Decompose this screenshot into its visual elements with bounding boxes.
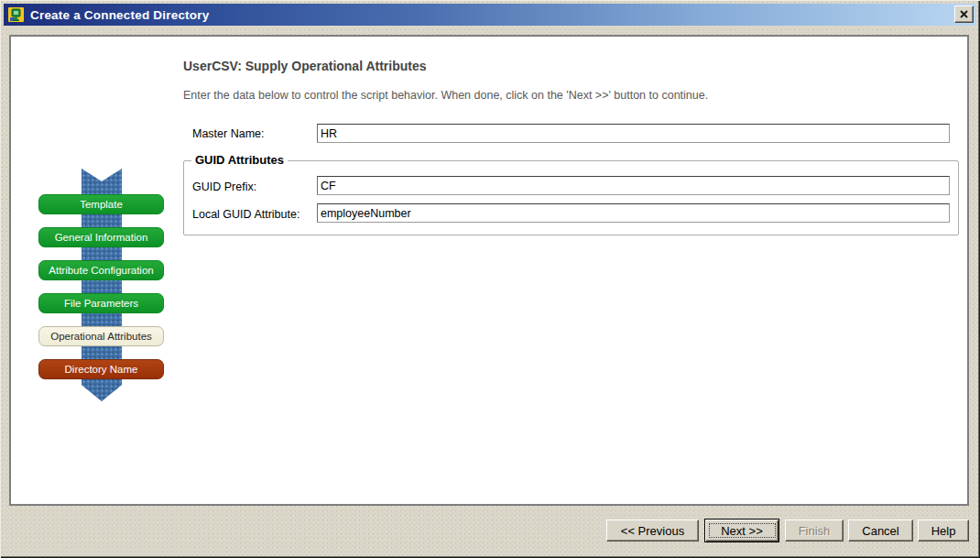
- close-icon: [960, 10, 968, 18]
- step-attribute-configuration[interactable]: Attribute Configuration: [38, 260, 164, 280]
- guid-prefix-input[interactable]: [317, 176, 950, 195]
- next-button-label: Next >>: [709, 523, 776, 538]
- close-button[interactable]: [954, 5, 974, 23]
- step-file-parameters[interactable]: File Parameters: [38, 293, 164, 313]
- title-bar: Create a Connected Directory: [4, 4, 976, 26]
- master-name-input[interactable]: [317, 124, 950, 143]
- step-template[interactable]: Template: [38, 194, 164, 214]
- guid-attributes-legend: GUID Attributes: [191, 153, 288, 167]
- guid-attributes-groupbox: GUID Attributes: [183, 160, 959, 235]
- finish-button: Finish: [785, 520, 844, 542]
- local-guid-attribute-label: Local GUID Attribute:: [192, 208, 299, 221]
- local-guid-attribute-input[interactable]: [317, 203, 950, 223]
- cancel-button[interactable]: Cancel: [848, 520, 913, 542]
- step-operational-attributes[interactable]: Operational Attributes: [38, 326, 164, 346]
- content-panel: UserCSV: Supply Operational Attributes E…: [9, 35, 969, 506]
- step-general-information[interactable]: General Information: [38, 227, 164, 247]
- previous-button[interactable]: << Previous: [606, 520, 699, 542]
- next-button[interactable]: Next >>: [704, 519, 779, 542]
- app-icon: [8, 7, 24, 22]
- page-title: UserCSV: Supply Operational Attributes: [183, 59, 427, 73]
- guid-prefix-label: GUID Prefix:: [192, 181, 256, 193]
- create-connected-directory-dialog: Create a Connected Directory UserCSV: Su…: [0, 0, 980, 558]
- wizard-steps: TemplateGeneral InformationAttribute Con…: [38, 194, 164, 392]
- master-name-label: Master Name:: [192, 127, 265, 140]
- window-title: Create a Connected Directory: [30, 8, 209, 22]
- help-button[interactable]: Help: [918, 520, 969, 542]
- instructions-text: Enter the data below to control the scri…: [183, 89, 708, 102]
- step-directory-name[interactable]: Directory Name: [38, 359, 164, 379]
